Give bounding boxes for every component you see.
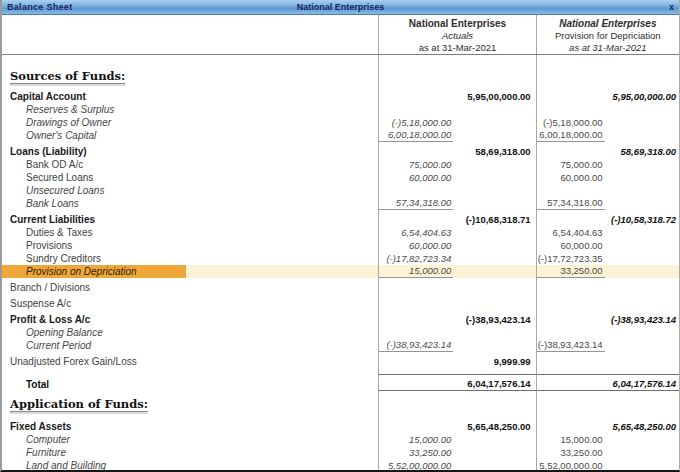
provision-amount-cell [536,297,679,310]
title-bar: Balance Sheet National Enterprises x [2,0,679,15]
row-loans-liability[interactable]: Loans (Liability)58,69,318.0058,69,318.0… [2,145,679,158]
column2-date: as at 31-Mar-2021 [537,42,679,54]
column1-company: National Enterprises [379,17,535,30]
provision-amount-cell: 58,69,318.00 [536,145,679,158]
particulars-cell: Sources of Funds: [2,69,378,84]
amount-detail: 5,52,00,000.00 [379,459,453,472]
particulars-cell: Suspense A/c [2,297,378,310]
row-label: Drawings of Owner [10,117,111,130]
provision-amount-cell [536,281,679,294]
row-label: Furniture [10,447,66,460]
particulars-cell: Total [2,374,378,391]
amount-detail: 33,250.00 [537,446,605,459]
amount-total: 58,69,318.00 [605,145,679,158]
amount-detail: 60,000.00 [379,239,453,252]
provision-amount-cell [536,355,679,368]
row-spacer [2,55,679,69]
spacer-cell [536,412,679,420]
actuals-amount-cell: 5,52,00,000.00 [378,459,535,472]
row-label: Suspense A/c [10,298,71,311]
amount-total: (-)38,93,423.14 [453,313,535,326]
amount-detail: 5,52,00,000.00 [537,459,605,472]
particulars-cell: Profit & Loss A/c [2,313,378,326]
row-duties-taxes[interactable]: Duties & Taxes6,54,404.636,54,404.63 [2,226,679,239]
row-application-of-funds[interactable]: Application of Funds: [2,397,679,412]
particulars-cell: Furniture [2,446,378,459]
row-label: Bank OD A/c [10,159,83,172]
particulars-cell: Loans (Liability) [2,145,378,158]
row-fixed-assets[interactable]: Fixed Assets5,65,48,250.005,65,48,250.00 [2,420,679,433]
provision-amount-cell: 6,54,404.63 [536,226,679,239]
row-sources-of-funds[interactable]: Sources of Funds: [2,69,679,84]
provision-amount-cell: 57,34,318.00 [536,197,679,210]
provision-amount-cell [536,69,679,84]
particulars-cell: Branch / Divisions [2,281,378,294]
row-provision-on-depriciation[interactable]: Provision on Depriciation15,000.0033,250… [2,265,679,278]
provision-amount-cell: 60,000.00 [536,171,679,184]
row-reserves-surplus[interactable]: Reserves & Surplus [2,103,679,116]
particulars-cell: Current Liabilities [2,213,378,226]
row-current-period[interactable]: Current Period(-)38,93,423.14(-)38,93,42… [2,339,679,352]
amount-detail: 6,54,404.63 [379,226,453,239]
row-current-liabilities[interactable]: Current Liabilities(-)10,68,318.71(-)10,… [2,213,679,226]
particulars-cell: Provisions [2,239,378,252]
company-name-title: National Enterprises [2,2,679,12]
row-owner-s-capital[interactable]: Owner's Capital6,00,18,000.006,00,18,000… [2,129,679,142]
row-suspense-a-c[interactable]: Suspense A/c [2,297,679,310]
provision-amount-cell: (-)38,93,423.14 [536,339,679,352]
particulars-cell: Secured Loans [2,171,378,184]
row-unadjusted-forex-gain-loss[interactable]: Unadjusted Forex Gain/Loss9,999.99 [2,355,679,368]
row-label: Current Liabilities [10,214,95,227]
row-land-and-building[interactable]: Land and Building5,52,00,000.005,52,00,0… [2,459,679,472]
actuals-amount-cell: 58,69,318.00 [378,145,535,158]
column1-date: as at 31-Mar-2021 [379,42,535,54]
actuals-amount-cell: 33,250.00 [378,446,535,459]
row-secured-loans[interactable]: Secured Loans60,000.0060,000.00 [2,171,679,184]
row-computer[interactable]: Computer15,000.0015,000.00 [2,433,679,446]
amount-total: (-)38,93,423.14 [605,313,679,326]
row-capital-account[interactable]: Capital Account5,95,00,000.005,95,00,000… [2,90,679,103]
amount-detail: 33,250.00 [379,446,453,459]
particulars-cell: Unadjusted Forex Gain/Loss [2,355,378,368]
amount-detail: 57,34,318.00 [537,196,605,210]
close-icon[interactable]: x [669,0,674,14]
particulars-cell: Sundry Creditors [2,252,378,265]
provision-amount-cell: 5,95,00,000.00 [536,90,679,103]
amount-detail: 6,00,18,000.00 [537,128,605,142]
provision-amount-cell: 5,65,48,250.00 [536,420,679,433]
amount-total: 5,95,00,000.00 [605,90,679,103]
row-label: Opening Balance [10,327,103,340]
actuals-amount-cell: 75,000.00 [378,158,535,171]
report-body: Sources of Funds:Capital Account5,95,00,… [2,55,679,472]
balance-sheet-window: Balance Sheet National Enterprises x Nat… [0,0,680,472]
row-label: Branch / Divisions [10,282,90,295]
actuals-amount-cell: 6,04,17,576.14 [378,374,535,391]
row-label: Current Period [10,340,91,353]
row-bank-loans[interactable]: Bank Loans57,34,318.0057,34,318.00 [2,197,679,210]
provision-amount-cell: 5,52,00,000.00 [536,459,679,472]
provision-amount-cell: (-)10,58,318.72 [536,213,679,226]
particulars-cell: Capital Account [2,90,378,103]
amount-detail: 75,000.00 [379,158,453,171]
column-header-provision: National Enterprises Provision for Depri… [536,15,679,54]
row-profit-loss-a-c[interactable]: Profit & Loss A/c(-)38,93,423.14(-)38,93… [2,313,679,326]
amount-detail: 57,34,318.00 [379,196,453,210]
spacer-cell [378,412,535,420]
row-branch-divisions[interactable]: Branch / Divisions [2,281,679,294]
row-label: Secured Loans [10,172,93,185]
row-furniture[interactable]: Furniture33,250.0033,250.00 [2,446,679,459]
particulars-cell: Bank Loans [2,197,378,210]
row-provisions[interactable]: Provisions60,000.0060,000.00 [2,239,679,252]
row-bank-od-a-c[interactable]: Bank OD A/c75,000.0075,000.00 [2,158,679,171]
amount-detail: 60,000.00 [379,171,453,184]
row-total[interactable]: Total6,04,17,576.146,04,17,576.14 [2,374,679,391]
row-label: Unsecured Loans [10,185,104,198]
row-label: Fixed Assets [10,421,71,434]
actuals-amount-cell: 6,54,404.63 [378,226,535,239]
provision-amount-cell: 15,000.00 [536,433,679,446]
particulars-cell: Current Period [2,339,378,352]
particulars-header-cell [2,15,378,54]
actuals-amount-cell: 5,95,00,000.00 [378,90,535,103]
row-label: Unadjusted Forex Gain/Loss [10,356,137,369]
particulars-cell: Owner's Capital [2,129,378,142]
